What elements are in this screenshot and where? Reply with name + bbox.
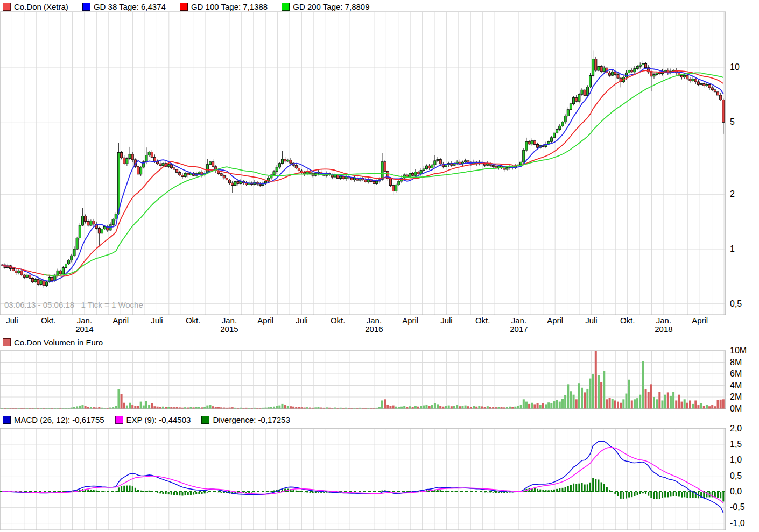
svg-text:6M: 6M bbox=[730, 369, 742, 378]
svg-text:10: 10 bbox=[730, 62, 740, 72]
axis-tick-labels: 105210,510M8M6M4M2M0M2,01,51,00,50,0-0,5… bbox=[730, 62, 747, 528]
svg-text:Jan.: Jan. bbox=[511, 316, 526, 325]
volume-series bbox=[1, 351, 725, 409]
svg-text:1: 1 bbox=[730, 244, 735, 253]
macd-line-label: MACD (26, 12): -0,61755 bbox=[14, 415, 104, 424]
svg-text:0,5: 0,5 bbox=[730, 299, 742, 308]
gd38-swatch bbox=[82, 3, 90, 11]
svg-text:8M: 8M bbox=[730, 358, 742, 367]
svg-text:0,5: 0,5 bbox=[730, 471, 742, 480]
svg-text:1,5: 1,5 bbox=[730, 439, 742, 449]
divergence-label: Divergence: -0,17253 bbox=[213, 415, 290, 424]
svg-text:Juli: Juli bbox=[440, 316, 453, 325]
svg-text:April: April bbox=[692, 316, 708, 325]
legend-item-gd100: GD 100 Tage: 7,1388 bbox=[180, 2, 268, 11]
svg-text:Juli: Juli bbox=[296, 316, 308, 325]
svg-text:Jan.: Jan. bbox=[222, 316, 237, 325]
svg-text:10M: 10M bbox=[730, 346, 747, 355]
legend-item-volume: Co.Don Volumen in Euro bbox=[3, 338, 103, 347]
svg-text:2018: 2018 bbox=[655, 324, 672, 334]
price-legend: Co.Don (Xetra) GD 38 Tage: 6,4374 GD 100… bbox=[3, 2, 384, 11]
candlestick-series bbox=[1, 50, 725, 288]
svg-text:Juli: Juli bbox=[151, 316, 163, 325]
ma-line-40 bbox=[44, 73, 723, 275]
legend-item-codon: Co.Don (Xetra) bbox=[3, 2, 68, 11]
svg-text:-0,5: -0,5 bbox=[730, 502, 745, 512]
svg-text:Juli: Juli bbox=[585, 316, 598, 325]
codon-series-label: Co.Don (Xetra) bbox=[14, 2, 68, 11]
legend-item-divergence: Divergence: -0,17253 bbox=[201, 415, 290, 424]
svg-text:Okt.: Okt. bbox=[331, 316, 346, 325]
svg-text:2: 2 bbox=[730, 189, 735, 198]
volume-legend: Co.Don Volumen in Euro bbox=[3, 337, 117, 347]
legend-item-exp: EXP (9): -0,44503 bbox=[115, 415, 191, 424]
svg-text:April: April bbox=[113, 316, 129, 325]
svg-text:April: April bbox=[402, 316, 418, 325]
gd100-swatch bbox=[180, 3, 188, 11]
date-range-note: 03.06.13 - 05.06.18 1 Tick = 1 Woche bbox=[4, 300, 143, 309]
volume-series-label: Co.Don Volumen in Euro bbox=[14, 338, 103, 347]
exp-line-label: EXP (9): -0,44503 bbox=[127, 415, 191, 424]
exp-line-swatch bbox=[115, 416, 123, 424]
svg-text:2014: 2014 bbox=[75, 324, 93, 334]
x-axis-labels: JuliOkt.Jan.2014AprilJuliOkt.Jan.2015Apr… bbox=[6, 316, 708, 334]
gd200-label: GD 200 Tage: 7,8809 bbox=[293, 2, 369, 11]
legend-item-gd38: GD 38 Tage: 6,4374 bbox=[82, 2, 166, 11]
stock-chart-canvas: 105210,510M8M6M4M2M0M2,01,51,00,50,0-0,5… bbox=[0, 0, 759, 532]
svg-text:0,0: 0,0 bbox=[730, 487, 742, 496]
svg-text:-1,0: -1,0 bbox=[730, 519, 745, 528]
svg-text:Jan.: Jan. bbox=[367, 316, 382, 325]
macd-legend: MACD (26, 12): -0,61755 EXP (9): -0,4450… bbox=[3, 415, 301, 424]
gd38-label: GD 38 Tage: 6,4374 bbox=[94, 2, 166, 11]
svg-text:2015: 2015 bbox=[220, 324, 238, 334]
gd100-label: GD 100 Tage: 7,1388 bbox=[191, 2, 268, 11]
legend-item-gd200: GD 200 Tage: 7,8809 bbox=[282, 2, 369, 11]
codon-series-swatch bbox=[3, 3, 11, 11]
svg-text:0M: 0M bbox=[730, 404, 742, 413]
volume-series-swatch bbox=[3, 338, 11, 346]
svg-text:Okt.: Okt. bbox=[41, 316, 56, 325]
legend-item-macd: MACD (26, 12): -0,61755 bbox=[3, 415, 104, 424]
divergence-swatch bbox=[201, 416, 209, 424]
svg-text:4M: 4M bbox=[730, 381, 742, 390]
stock-chart-window: 105210,510M8M6M4M2M0M2,01,51,00,50,0-0,5… bbox=[0, 0, 759, 532]
svg-text:2M: 2M bbox=[730, 392, 742, 401]
svg-text:Okt.: Okt. bbox=[186, 316, 201, 325]
svg-text:Okt.: Okt. bbox=[620, 316, 635, 325]
svg-text:2016: 2016 bbox=[365, 324, 383, 334]
macd-line-swatch bbox=[3, 416, 11, 424]
svg-text:Juli: Juli bbox=[6, 316, 18, 325]
svg-text:April: April bbox=[547, 316, 563, 325]
svg-text:Jan.: Jan. bbox=[77, 316, 92, 325]
svg-text:2017: 2017 bbox=[510, 324, 528, 334]
svg-text:1,0: 1,0 bbox=[730, 455, 742, 464]
svg-text:2,0: 2,0 bbox=[730, 424, 742, 433]
gd200-swatch bbox=[282, 3, 290, 11]
svg-text:Jan.: Jan. bbox=[656, 316, 671, 325]
svg-text:April: April bbox=[257, 316, 273, 325]
svg-text:5: 5 bbox=[730, 117, 735, 126]
svg-text:Okt.: Okt. bbox=[475, 316, 490, 325]
